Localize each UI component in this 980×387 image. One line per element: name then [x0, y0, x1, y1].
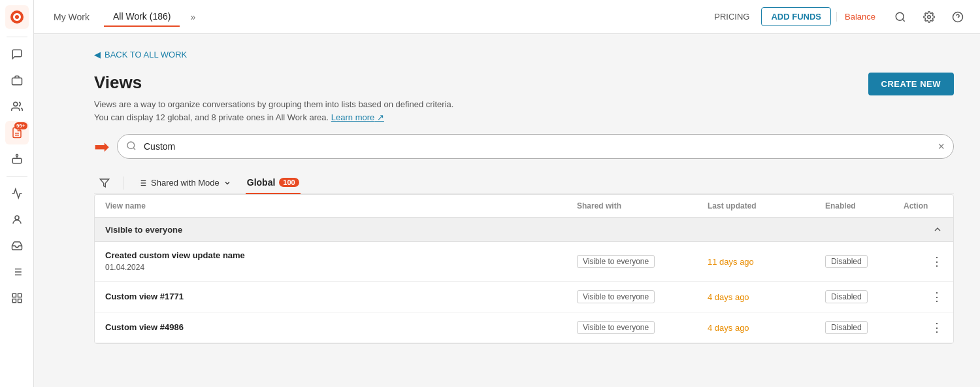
- table-row: Custom view #1771 Visible to everyone 4 …: [95, 282, 953, 312]
- disabled-badge: Disabled: [825, 255, 868, 268]
- col-header-last-updated: Last updated: [708, 201, 825, 210]
- add-funds-button[interactable]: ADD FUNDS: [761, 7, 831, 26]
- shared-badge: Visible to everyone: [577, 290, 655, 303]
- svg-marker-29: [100, 179, 108, 187]
- chat-icon[interactable]: [5, 42, 29, 66]
- table-row: Custom view #4986 Visible to everyone 4 …: [95, 312, 953, 343]
- svg-rect-19: [18, 294, 21, 297]
- svg-point-27: [127, 142, 135, 149]
- reports-icon[interactable]: 99+: [5, 121, 29, 144]
- page-title: Views: [94, 73, 453, 93]
- section-title: Visible to everyone: [105, 225, 577, 235]
- page-description-text2: You can display 12 global, and 8 private…: [94, 112, 329, 122]
- enabled-cell: Disabled: [825, 290, 904, 303]
- svg-rect-20: [18, 299, 21, 303]
- svg-point-24: [928, 15, 931, 18]
- sidebar: 99+: [0, 0, 34, 387]
- view-name-cell: Custom view #4986: [105, 322, 577, 333]
- table-header-row: View name Shared with Last updated Enabl…: [95, 195, 953, 218]
- view-name-main: Custom view #1771: [105, 292, 184, 301]
- svg-point-4: [13, 102, 17, 106]
- svg-point-8: [16, 154, 18, 156]
- col-header-shared-with: Shared with: [577, 201, 708, 210]
- search-icon: [126, 141, 137, 153]
- reports-badge: 99+: [14, 122, 27, 129]
- shared-mode-label: Shared with Mode: [151, 178, 220, 188]
- svg-point-22: [896, 12, 904, 20]
- contacts-icon[interactable]: [5, 95, 29, 118]
- learn-more-link[interactable]: Learn more ↗: [331, 112, 384, 122]
- disabled-badge: Disabled: [825, 321, 868, 334]
- section-header-visible-to-everyone: Visible to everyone: [95, 218, 953, 242]
- view-name-cell: Custom view #1771: [105, 291, 577, 303]
- arrow-pointer-icon: ➡: [94, 136, 109, 158]
- settings-nav-button[interactable]: [917, 5, 941, 29]
- svg-line-23: [902, 19, 904, 21]
- last-updated-cell: 4 days ago: [708, 323, 825, 333]
- svg-rect-21: [12, 299, 16, 303]
- shared-badge: Visible to everyone: [577, 255, 655, 268]
- help-nav-button[interactable]: [946, 5, 970, 29]
- disabled-badge: Disabled: [825, 290, 868, 303]
- team-icon[interactable]: [5, 208, 29, 231]
- views-table: View name Shared with Last updated Enabl…: [94, 194, 954, 344]
- col-header-view-name: View name: [105, 201, 577, 210]
- svg-line-28: [133, 148, 135, 150]
- search-row: ➡ ×: [94, 134, 954, 159]
- col-header-action: Action: [904, 201, 943, 210]
- page-description: Views are a way to organize conversation…: [94, 98, 453, 124]
- svg-rect-7: [12, 158, 22, 163]
- filter-separator: [123, 177, 123, 190]
- last-updated-cell: 11 days ago: [708, 257, 825, 267]
- svg-point-2: [15, 15, 19, 19]
- top-nav: My Work All Work (186) » PRICING ADD FUN…: [34, 0, 980, 34]
- section-collapse-button[interactable]: [904, 224, 943, 235]
- back-to-all-work-link[interactable]: ◀ BACK TO ALL WORK: [94, 50, 954, 59]
- svg-rect-3: [12, 78, 22, 85]
- filter-button[interactable]: [94, 173, 115, 194]
- shared-badge: Visible to everyone: [577, 321, 655, 334]
- search-input[interactable]: [117, 134, 954, 159]
- global-tab[interactable]: Global 100: [246, 172, 301, 194]
- page-header: Views Views are a way to organize conver…: [94, 73, 954, 124]
- view-name-sub: 01.04.2024: [105, 263, 144, 272]
- enabled-cell: Disabled: [825, 321, 904, 334]
- logs-icon[interactable]: [5, 260, 29, 284]
- pricing-link[interactable]: PRICING: [708, 8, 756, 25]
- shared-mode-dropdown[interactable]: Shared with Mode: [131, 174, 238, 192]
- logo-icon[interactable]: [5, 5, 29, 29]
- analytics-icon[interactable]: [5, 182, 29, 205]
- view-name-cell: Created custom view update name 01.04.20…: [105, 250, 577, 273]
- create-new-button[interactable]: CREATE NEW: [868, 73, 954, 95]
- view-name-main: Custom view #4986: [105, 322, 184, 332]
- global-tab-count: 100: [279, 178, 299, 187]
- apps-icon[interactable]: [5, 286, 29, 310]
- back-chevron-icon: ◀: [94, 50, 101, 59]
- shared-with-cell: Visible to everyone: [577, 255, 708, 268]
- last-updated-cell: 4 days ago: [708, 292, 825, 302]
- page-description-text1: Views are a way to organize conversation…: [94, 99, 453, 109]
- svg-point-11: [15, 216, 19, 220]
- briefcase-icon[interactable]: [5, 69, 29, 92]
- action-menu-button[interactable]: ⋮: [904, 290, 943, 304]
- inbox-icon[interactable]: [5, 234, 29, 258]
- table-row: Created custom view update name 01.04.20…: [95, 242, 953, 282]
- page-header-left: Views Views are a way to organize conver…: [94, 73, 453, 124]
- search-nav-button[interactable]: [889, 5, 912, 29]
- svg-rect-18: [12, 294, 16, 297]
- main-content: ◀ BACK TO ALL WORK Views Views are a way…: [68, 34, 980, 387]
- global-tab-label: Global: [247, 177, 276, 188]
- nav-more-btn[interactable]: »: [185, 9, 201, 25]
- shared-with-cell: Visible to everyone: [577, 321, 708, 334]
- action-menu-button[interactable]: ⋮: [904, 320, 943, 335]
- back-link-label: BACK TO ALL WORK: [105, 50, 187, 59]
- tab-my-work[interactable]: My Work: [44, 8, 99, 26]
- balance-display[interactable]: Balance: [836, 12, 883, 22]
- shared-with-cell: Visible to everyone: [577, 290, 708, 303]
- search-clear-button[interactable]: ×: [938, 140, 945, 154]
- action-menu-button[interactable]: ⋮: [904, 254, 943, 269]
- sidebar-divider-mid: [7, 176, 27, 177]
- tab-all-work[interactable]: All Work (186): [104, 7, 180, 27]
- filter-row: Shared with Mode Global 100: [94, 172, 954, 194]
- bot-icon[interactable]: [5, 147, 29, 171]
